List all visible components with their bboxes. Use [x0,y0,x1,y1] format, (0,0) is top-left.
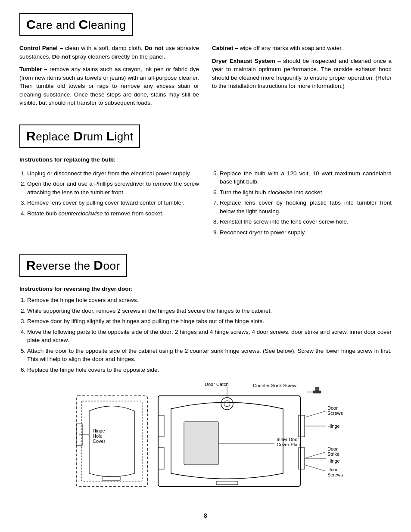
inner-door-cover-plate-label2: Cover Plate [277,442,301,447]
reverse-door-header: Reverse the Door [19,254,127,277]
reverse-door-section: Reverse the Door Instructions for revers… [19,254,392,499]
svg-point-5 [221,398,233,410]
care-right-column: Cabinet – wipe off any marks with soap a… [212,44,392,112]
hinge-hole-cover-label: Hinge [93,428,105,433]
svg-line-20 [305,411,326,417]
door-screws-top-label2: Screws [327,411,343,416]
drum-step-8: Reinstall the screw into the lens cover … [220,218,392,226]
do-not-2-text: spray cleaners directly on the panel. [71,53,165,60]
door-diagram-svg: Door Catch Counter Sunk Screw Hinge Hole… [68,383,343,499]
door-step-3: Remove door by lifting slightly at the h… [27,317,392,326]
door-screws-bottom-label2: Screws [327,472,343,477]
reverse-door-steps-list: Remove the hinge hole covers and screws.… [27,296,392,374]
drum-light-right-steps: Replace the bulb with a 120 volt, 10 wat… [212,167,392,239]
door-catch-label: Door Catch [205,383,229,387]
svg-line-21 [305,452,326,458]
door-step-1: Remove the hinge hole covers and screws. [27,296,392,305]
svg-rect-14 [315,387,319,391]
drum-step-3: Remove lens cover by pulling cover towar… [27,199,199,207]
drum-light-right-list: Replace the bulb with a 120 volt, 10 wat… [220,169,392,237]
do-not-2: Do not [52,53,71,60]
replace-drum-light-header: Replace Drum Light [19,124,140,148]
tumbler-label: Tumbler – [19,66,47,72]
reverse-door-instructions-heading: Instructions for reversing the dryer doo… [19,285,392,293]
inner-door-cover-plate-label: Inner Door [277,437,299,442]
door-step-4: Move the following parts to the opposite… [27,328,392,345]
care-cleaning-title: Care and Cleaning [26,17,126,32]
door-step-5: Attach the door to the opposite side of … [27,347,392,364]
drum-step-9: Reconnect dryer to power supply. [220,228,392,237]
svg-rect-3 [102,477,120,480]
svg-rect-13 [313,391,321,393]
drum-step-6: Turn the light bulb clockwise into socke… [220,188,392,197]
svg-rect-10 [216,481,238,485]
cabinet-para: Cabinet – wipe off any marks with soap a… [212,44,392,53]
svg-rect-1 [81,401,142,481]
hinge-hole-cover-label2: Hole [93,433,103,439]
svg-line-23 [305,465,326,471]
care-cleaning-header: Care and Cleaning [19,13,133,36]
replace-drum-light-title: Replace Drum Light [26,129,133,143]
door-strike-label2: Strike [327,451,339,457]
hinge-label-2: Hinge [327,458,340,464]
cabinet-label: Cabinet – [212,45,238,51]
door-step-6: Replace the hinge hole covers to the opp… [27,366,392,374]
tumbler-para: Tumbler – remove any stains such as cray… [19,65,199,107]
door-diagram: Door Catch Counter Sunk Screw Hinge Hole… [19,383,392,499]
drum-light-left-list: Unplug or disconnect the dryer from the … [27,169,199,218]
reverse-door-title: Reverse the Door [26,258,120,273]
drum-step-1: Unplug or disconnect the dryer from the … [27,169,199,178]
door-step-2: While supporting the door, remove 2 scre… [27,307,392,315]
replace-drum-light-section: Replace Drum Light Instructions for repl… [19,124,392,239]
control-panel-text1: clean with a soft, damp cloth. [63,45,144,51]
svg-point-6 [224,401,230,407]
care-left-column: Control Panel – clean with a soft, damp … [19,44,199,112]
svg-rect-8 [158,448,164,469]
dryer-exhaust-label: Dryer Exhaust System [212,58,275,64]
svg-rect-7 [158,415,164,437]
care-cleaning-content: Control Panel – clean with a soft, damp … [19,44,392,112]
svg-rect-11 [299,415,305,437]
drum-light-instructions: Unplug or disconnect the dryer from the … [19,167,392,239]
control-panel-para: Control Panel – clean with a soft, damp … [19,44,199,61]
dryer-exhaust-para: Dryer Exhaust System – should be inspect… [212,57,392,90]
drum-step-2: Open the door and use a Phillips screwdr… [27,180,199,196]
drum-light-instructions-heading: Instructions for replacing the bulb: [19,156,392,164]
cabinet-text: wipe off any marks with soap and water. [238,45,343,51]
door-strike-label: Door [327,446,338,451]
drum-step-5: Replace the bulb with a 120 volt, 10 wat… [220,169,392,186]
svg-rect-0 [76,396,147,486]
svg-rect-9 [184,422,218,465]
door-screws-top-label: Door [327,405,338,411]
page-number: 8 [19,512,392,519]
hinge-label-1: Hinge [327,423,340,429]
drum-step-4: Rotate bulb counterclockwise to remove f… [27,209,199,218]
care-cleaning-section: Care and Cleaning Control Panel – clean … [19,13,392,112]
counter-sunk-screw-label: Counter Sunk Screw [253,383,296,388]
control-panel-label: Control Panel – [19,45,63,51]
hinge-hole-cover-label3: Cover [93,439,106,444]
svg-rect-12 [299,448,305,469]
do-not-1: Do not [145,45,164,51]
door-screws-bottom-label: Door [327,467,338,472]
drum-step-7: Replace lens cover by hooking plastic ta… [220,199,392,215]
drum-light-left-steps: Unplug or disconnect the dryer from the … [19,167,199,239]
